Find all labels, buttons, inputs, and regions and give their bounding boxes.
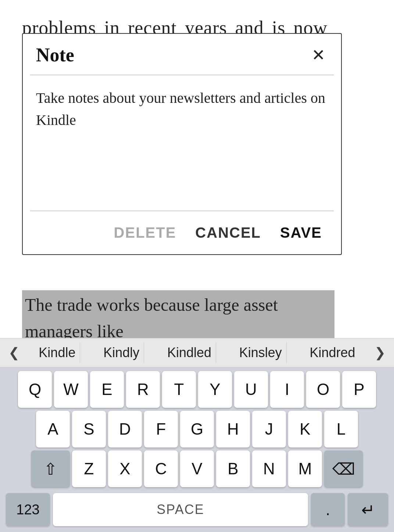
key-A[interactable]: A xyxy=(36,411,70,447)
autocomplete-word-1[interactable]: Kindly xyxy=(99,342,144,363)
key-F[interactable]: F xyxy=(144,411,178,447)
key-D[interactable]: D xyxy=(108,411,142,447)
key-G[interactable]: G xyxy=(180,411,214,447)
key-U[interactable]: U xyxy=(234,371,268,408)
key-E[interactable]: E xyxy=(90,371,124,408)
key-I[interactable]: I xyxy=(270,371,304,408)
autocomplete-left-arrow[interactable]: ❮ xyxy=(3,342,25,364)
key-Z[interactable]: Z xyxy=(72,450,106,487)
key-123[interactable]: 123 xyxy=(6,493,50,526)
key-L[interactable]: L xyxy=(324,411,358,447)
autocomplete-bar: ❮ Kindle Kindly Kindled Kinsley Kindred … xyxy=(0,338,394,367)
note-modal: Note ✕ Take notes about your newsletters… xyxy=(22,33,342,255)
return-key[interactable]: ↵ xyxy=(348,493,388,526)
key-M[interactable]: M xyxy=(288,450,322,487)
key-W[interactable]: W xyxy=(54,371,88,408)
key-Y[interactable]: Y xyxy=(198,371,232,408)
keyboard-row-bottom: 123 SPACE . ↵ xyxy=(0,490,394,529)
autocomplete-word-2[interactable]: Kindled xyxy=(163,342,216,363)
autocomplete-words: Kindle Kindly Kindled Kinsley Kindred xyxy=(25,342,369,363)
backspace-key[interactable]: ⌫ xyxy=(324,450,363,487)
key-R[interactable]: R xyxy=(126,371,160,408)
key-N[interactable]: N xyxy=(252,450,286,487)
key-H[interactable]: H xyxy=(216,411,250,447)
key-T[interactable]: T xyxy=(162,371,196,408)
key-P[interactable]: P xyxy=(342,371,376,408)
period-key[interactable]: . xyxy=(311,493,345,526)
autocomplete-right-arrow[interactable]: ❯ xyxy=(369,342,391,364)
modal-title: Note xyxy=(36,44,74,66)
keyboard: Q W E R T Y U I O P A S D F G H J K L ⇧ … xyxy=(0,367,394,532)
key-B[interactable]: B xyxy=(216,450,250,487)
autocomplete-word-0[interactable]: Kindle xyxy=(34,342,80,363)
space-key[interactable]: SPACE xyxy=(53,493,308,526)
highlighted-line-1: The trade works because large asset mana… xyxy=(25,292,332,345)
save-button[interactable]: SAVE xyxy=(274,222,328,244)
keyboard-row-2: A S D F G H J K L xyxy=(0,411,394,447)
key-J[interactable]: J xyxy=(252,411,286,447)
key-K[interactable]: K xyxy=(288,411,322,447)
key-C[interactable]: C xyxy=(144,450,178,487)
note-textarea[interactable]: Take notes about your newsletters and ar… xyxy=(36,87,328,197)
close-button[interactable]: ✕ xyxy=(309,46,328,65)
modal-header: Note ✕ xyxy=(23,34,341,75)
key-S[interactable]: S xyxy=(72,411,106,447)
shift-key[interactable]: ⇧ xyxy=(31,450,70,487)
keyboard-row-1: Q W E R T Y U I O P xyxy=(0,371,394,408)
cancel-button[interactable]: CANCEL xyxy=(189,222,267,244)
autocomplete-word-3[interactable]: Kinsley xyxy=(235,342,287,363)
key-V[interactable]: V xyxy=(180,450,214,487)
key-Q[interactable]: Q xyxy=(18,371,52,408)
key-X[interactable]: X xyxy=(108,450,142,487)
modal-footer: DELETE CANCEL SAVE xyxy=(23,211,341,254)
keyboard-row-3: ⇧ Z X C V B N M ⌫ xyxy=(0,450,394,487)
key-O[interactable]: O xyxy=(306,371,340,408)
modal-body: Take notes about your newsletters and ar… xyxy=(23,75,341,211)
delete-button[interactable]: DELETE xyxy=(108,222,182,244)
autocomplete-word-4[interactable]: Kindred xyxy=(305,342,360,363)
